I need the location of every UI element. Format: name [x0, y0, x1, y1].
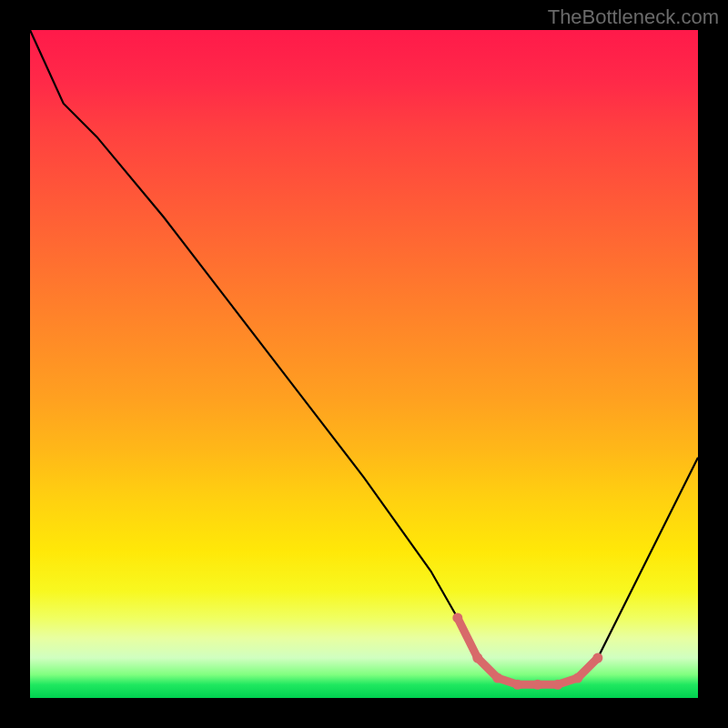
optimal-range-dot — [512, 680, 522, 690]
optimal-range-dot — [552, 680, 562, 690]
optimal-range-dot — [532, 680, 542, 690]
chart-svg — [30, 30, 698, 698]
optimal-range-dot — [452, 612, 462, 622]
watermark-text: TheBottleneck.com — [548, 5, 719, 29]
optimal-range-dot — [592, 653, 602, 663]
optimal-range-dot — [492, 673, 502, 683]
optimal-range-dot — [572, 673, 582, 683]
optimal-range-dot — [472, 653, 482, 663]
chart-plot-area — [30, 30, 698, 698]
bottleneck-curve-line — [30, 30, 698, 684]
